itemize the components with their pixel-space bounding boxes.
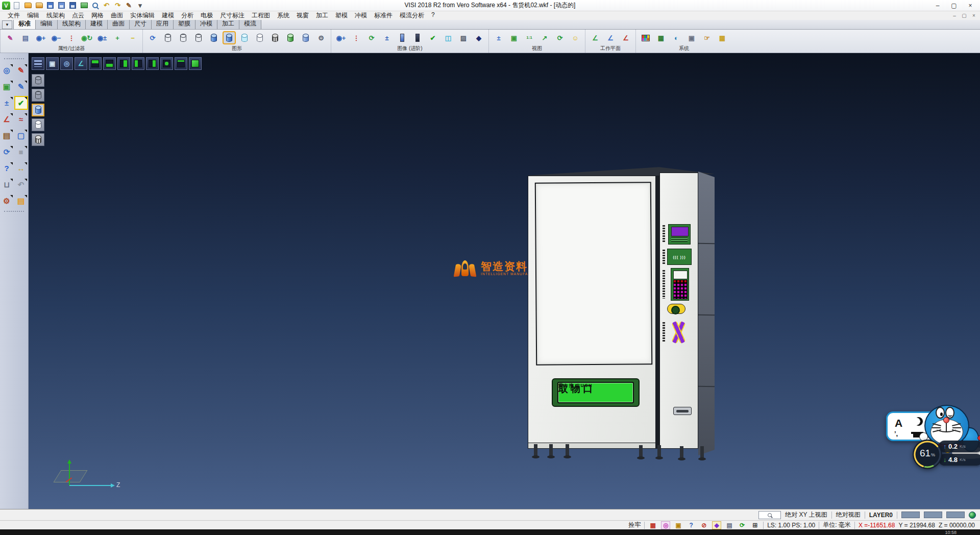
toggle-visibility-icon[interactable]: ◉± — [96, 32, 108, 43]
view-bottom-icon[interactable] — [103, 57, 116, 70]
translucent-icon[interactable] — [239, 32, 250, 43]
redo-icon[interactable]: ↷ — [113, 1, 122, 10]
show-entities-icon[interactable]: ◉+ — [35, 32, 46, 43]
view-top-icon[interactable] — [89, 57, 102, 70]
ucs-axes-icon[interactable]: ∠ — [1, 113, 13, 125]
selection-hand-icon[interactable]: ☞ — [701, 32, 713, 43]
close-button[interactable]: × — [963, 1, 978, 10]
view-left-icon[interactable] — [132, 57, 144, 70]
rotate-view-icon[interactable]: ⟳ — [554, 32, 566, 43]
status-search-input[interactable] — [758, 511, 781, 519]
toolbar-tab[interactable]: 冲模 — [195, 18, 217, 29]
menu-item[interactable]: 视窗 — [293, 11, 312, 20]
minimize-button[interactable]: – — [930, 1, 945, 10]
auto-rotate-icon[interactable]: ⟳ — [738, 521, 747, 529]
shade-hidden-icon[interactable] — [32, 89, 44, 102]
no-snap-icon[interactable]: ⊘ — [699, 521, 708, 529]
menu-item[interactable]: 分析 — [178, 11, 197, 20]
render-check-icon[interactable]: ✔ — [427, 32, 438, 43]
toolbar-tab[interactable]: 标准 — [13, 18, 36, 29]
grid-snap-icon[interactable]: ▦ — [648, 521, 657, 529]
undo-icon[interactable]: ↶ — [102, 1, 111, 10]
child-restore-button[interactable]: ▢ — [960, 12, 968, 19]
absolute-view-label[interactable]: 绝对视图 — [836, 510, 861, 519]
clipboard-paste-icon[interactable]: ▤ — [15, 195, 27, 207]
hidden-line-icon[interactable] — [178, 32, 189, 43]
menu-item[interactable]: 系统 — [274, 11, 293, 20]
help-icon[interactable]: ? — [1, 162, 13, 174]
zoom-1to1-icon[interactable]: 1:1 — [524, 32, 535, 43]
shade-copy-icon[interactable] — [300, 32, 311, 43]
shade-settings-icon[interactable]: ⚙ — [315, 32, 327, 43]
menu-item[interactable]: 建模 — [158, 11, 178, 20]
active-layer-label[interactable]: LAYER0 — [869, 512, 893, 519]
save-as-icon[interactable] — [57, 1, 66, 10]
plot-icon[interactable] — [80, 1, 88, 10]
download-speed-badge[interactable]: ↓ 4.8 K/s — [939, 454, 980, 466]
globe-icon[interactable] — [969, 512, 976, 519]
zoom-window-icon[interactable]: ▣ — [508, 32, 520, 43]
toolbar-tab[interactable]: 应用 — [151, 18, 174, 29]
shade-shaded-icon[interactable] — [32, 104, 44, 116]
shaded-edges-icon[interactable] — [224, 32, 235, 43]
zoom-options-icon[interactable]: ◎ — [1, 64, 13, 76]
fit-window-icon[interactable]: ▣ — [46, 57, 59, 70]
spline-icon[interactable]: ≈ — [15, 113, 27, 125]
toolbar-tab[interactable]: 塑膜 — [173, 18, 195, 29]
window-settings-icon[interactable]: ▣ — [686, 32, 697, 43]
menu-item[interactable]: ? — [428, 11, 438, 20]
menu-item[interactable]: 网格 — [88, 11, 107, 20]
view-iso-icon[interactable] — [189, 57, 202, 70]
macro-icon[interactable]: ✎ — [125, 1, 133, 10]
grid-window-icon[interactable]: ▢ — [15, 130, 27, 141]
hatch-icon[interactable] — [270, 32, 281, 43]
zoom-plusminus-icon[interactable]: ± — [1, 97, 13, 109]
open-recent-icon[interactable] — [35, 1, 43, 10]
lock-mode-label[interactable]: 拴牢 — [628, 521, 641, 529]
qat-dropdown-icon[interactable]: ▾ — [136, 1, 144, 10]
render-mode-b-icon[interactable] — [412, 32, 423, 43]
grid-mesh-icon[interactable]: ▦ — [717, 32, 728, 43]
hide-entities-icon[interactable]: ◉− — [51, 32, 62, 43]
undo-step-icon[interactable]: ↶ — [15, 179, 27, 190]
solid-view-icon[interactable]: ■ — [15, 146, 27, 158]
regen-icon[interactable]: ⟳ — [1, 146, 13, 158]
toolbar-tab[interactable]: 曲面 — [107, 18, 130, 29]
sidebar-grip[interactable] — [4, 58, 24, 61]
menu-item[interactable]: 电极 — [197, 11, 216, 20]
menu-item[interactable]: 编辑 — [23, 11, 43, 20]
tab-dropdown-icon[interactable]: ▼ — [2, 20, 12, 29]
maximize-button[interactable]: ▢ — [946, 1, 962, 10]
shade-ghost-icon[interactable] — [32, 118, 44, 131]
open-file-icon[interactable] — [23, 1, 32, 10]
render-quality-icon[interactable]: ☺ — [570, 32, 581, 43]
zoom-extents-icon[interactable]: ± — [493, 32, 504, 43]
menu-item[interactable]: 冲模 — [351, 11, 371, 20]
sketch-edit-icon[interactable]: ✎ — [15, 64, 27, 76]
attributes-books-icon[interactable]: ▤ — [1, 130, 13, 141]
render-mode-a-icon[interactable] — [397, 32, 408, 43]
calculator-icon[interactable]: ▦ — [655, 32, 667, 43]
shade-hatch-icon[interactable] — [32, 133, 44, 146]
selection-box-icon[interactable]: ▣ — [1, 81, 13, 92]
menu-item[interactable]: 塑模 — [332, 11, 351, 20]
profile-icon[interactable]: ▣ — [674, 521, 683, 529]
hide-all-icon[interactable]: − — [127, 32, 138, 43]
cube-translucent-icon[interactable]: ◫ — [443, 32, 454, 43]
shade-wireframe-icon[interactable] — [32, 74, 44, 87]
toolbar-tab[interactable]: 线架构 — [57, 18, 86, 29]
help-pointer-icon[interactable]: ? — [687, 521, 696, 529]
wireframe-icon[interactable] — [162, 32, 174, 43]
dimension-icon[interactable]: ↔ — [15, 162, 27, 174]
child-close-button[interactable]: × — [970, 12, 978, 19]
curve-edit-icon[interactable]: ✎ — [15, 81, 27, 92]
upload-speed-badge[interactable]: ↑ 0.2 K/s — [939, 441, 980, 452]
toolbar-tab[interactable]: 建模 — [85, 18, 108, 29]
menu-item[interactable]: 模流分析 — [396, 11, 428, 20]
solids-refresh-icon[interactable]: ⟳ — [366, 32, 377, 43]
refresh-visibility-icon[interactable]: ◉↻ — [81, 32, 92, 43]
view-top-edge-icon[interactable] — [175, 57, 187, 70]
ghost-icon[interactable] — [254, 32, 265, 43]
menu-item[interactable]: 尺寸标注 — [216, 11, 248, 20]
menu-item[interactable]: 加工 — [312, 11, 332, 20]
